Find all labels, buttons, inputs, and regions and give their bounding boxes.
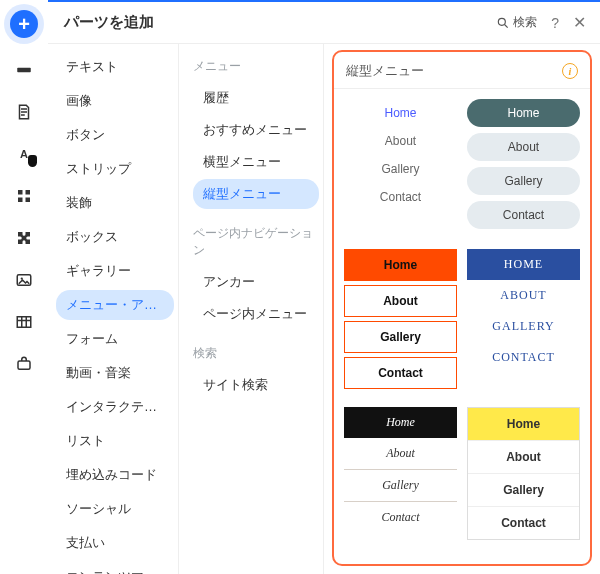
preview-title: 縦型メニュー [346, 62, 562, 80]
menu-item: Contact [344, 183, 457, 211]
preview-body: HomeAboutGalleryContact HomeAboutGallery… [334, 89, 590, 550]
menu-item: Contact [467, 201, 580, 229]
menu-item: ABOUT [467, 280, 580, 311]
search-button[interactable]: 検索 [496, 14, 537, 31]
menu-item: Gallery [468, 474, 579, 507]
menu-item: Home [344, 407, 457, 438]
menu-item: Gallery [344, 155, 457, 183]
help-icon[interactable]: ? [551, 15, 559, 31]
menu-sample-4[interactable]: HOMEABOUTGALLERYCONTACT [467, 249, 580, 393]
category-list: テキスト画像ボタンストリップ装飾ボックスギャラリーメニュー・アンカーフォーム動画… [48, 44, 178, 574]
menu-item: About [344, 285, 457, 317]
menu-item: Gallery [467, 167, 580, 195]
subgroup-head: 検索 [193, 345, 319, 362]
menu-sample-6[interactable]: HomeAboutGalleryContact [467, 407, 580, 540]
subcategory-item[interactable]: 横型メニュー [193, 147, 319, 177]
category-item[interactable]: リスト [56, 426, 174, 456]
category-item[interactable]: 支払い [56, 528, 174, 558]
menu-sample-2[interactable]: HomeAboutGalleryContact [467, 99, 580, 235]
svg-rect-1 [18, 190, 23, 195]
menu-item: HOME [467, 249, 580, 280]
subcategory-item[interactable]: サイト検索 [193, 370, 319, 400]
menu-item: Gallery [344, 321, 457, 353]
category-item[interactable]: フォーム [56, 324, 174, 354]
category-item[interactable]: コンテンツマネージ... [56, 562, 174, 574]
category-item[interactable]: ギャラリー [56, 256, 174, 286]
menu-item: Gallery [344, 470, 457, 502]
subcategory-item[interactable]: おすすめメニュー [193, 115, 319, 145]
menu-item: GALLERY [467, 311, 580, 342]
menu-item: Home [344, 99, 457, 127]
left-icon-rail: + A [0, 0, 48, 574]
subcategory-list: メニュー履歴おすすめメニュー横型メニュー縦型メニューページ内ナビゲーションアンカ… [178, 44, 323, 574]
business-icon[interactable] [12, 352, 36, 376]
menu-item: About [468, 441, 579, 474]
category-item[interactable]: 画像 [56, 86, 174, 116]
menu-item: About [344, 127, 457, 155]
preview-column: 縦型メニュー i HomeAboutGalleryContact HomeAbo… [323, 44, 600, 574]
puzzle-icon[interactable] [12, 226, 36, 250]
svg-rect-0 [17, 68, 31, 73]
text-style-icon[interactable]: A [12, 142, 36, 166]
category-item[interactable]: ボタン [56, 120, 174, 150]
page-icon[interactable] [12, 100, 36, 124]
category-item[interactable]: 埋め込みコード [56, 460, 174, 490]
subgroup-head: ページ内ナビゲーション [193, 225, 319, 259]
svg-rect-4 [26, 198, 31, 203]
menu-item: Contact [344, 502, 457, 533]
subcategory-item[interactable]: アンカー [193, 267, 319, 297]
svg-rect-7 [17, 317, 31, 328]
table-icon[interactable] [12, 310, 36, 334]
panel-header: パーツを追加 検索 ? ✕ [48, 2, 600, 44]
category-item[interactable]: 動画・音楽 [56, 358, 174, 388]
svg-rect-3 [18, 198, 23, 203]
menu-item: Contact [344, 357, 457, 389]
category-item[interactable]: インタラクティブ [56, 392, 174, 422]
search-icon [496, 16, 510, 30]
section-icon[interactable] [12, 58, 36, 82]
image-icon[interactable] [12, 268, 36, 292]
subcategory-item[interactable]: 縦型メニュー [193, 179, 319, 209]
svg-point-9 [499, 18, 506, 25]
add-parts-panel: パーツを追加 検索 ? ✕ テキスト画像ボタンストリップ装飾ボックスギャラリーメ… [48, 0, 600, 574]
search-label: 検索 [513, 14, 537, 31]
menu-item: Contact [468, 507, 579, 539]
preview-frame: 縦型メニュー i HomeAboutGalleryContact HomeAbo… [332, 50, 592, 566]
category-item[interactable]: ボックス [56, 222, 174, 252]
menu-item: CONTACT [467, 342, 580, 373]
category-item[interactable]: テキスト [56, 52, 174, 82]
category-item[interactable]: 装飾 [56, 188, 174, 218]
svg-rect-2 [26, 190, 31, 195]
svg-rect-8 [18, 361, 30, 369]
menu-sample-3[interactable]: HomeAboutGalleryContact [344, 249, 457, 393]
category-item[interactable]: ソーシャル [56, 494, 174, 524]
menu-item: Home [467, 99, 580, 127]
category-item[interactable]: ストリップ [56, 154, 174, 184]
category-item[interactable]: メニュー・アンカー [56, 290, 174, 320]
menu-item: Home [468, 408, 579, 441]
subcategory-item[interactable]: ページ内メニュー [193, 299, 319, 329]
grid-icon[interactable] [12, 184, 36, 208]
add-button[interactable]: + [10, 10, 38, 38]
menu-sample-5[interactable]: HomeAboutGalleryContact [344, 407, 457, 540]
menu-item: About [344, 438, 457, 470]
menu-item: About [467, 133, 580, 161]
panel-title: パーツを追加 [64, 13, 496, 32]
menu-sample-1[interactable]: HomeAboutGalleryContact [344, 99, 457, 235]
close-icon[interactable]: ✕ [573, 13, 586, 32]
menu-item: Home [344, 249, 457, 281]
subcategory-item[interactable]: 履歴 [193, 83, 319, 113]
subgroup-head: メニュー [193, 58, 319, 75]
info-icon[interactable]: i [562, 63, 578, 79]
